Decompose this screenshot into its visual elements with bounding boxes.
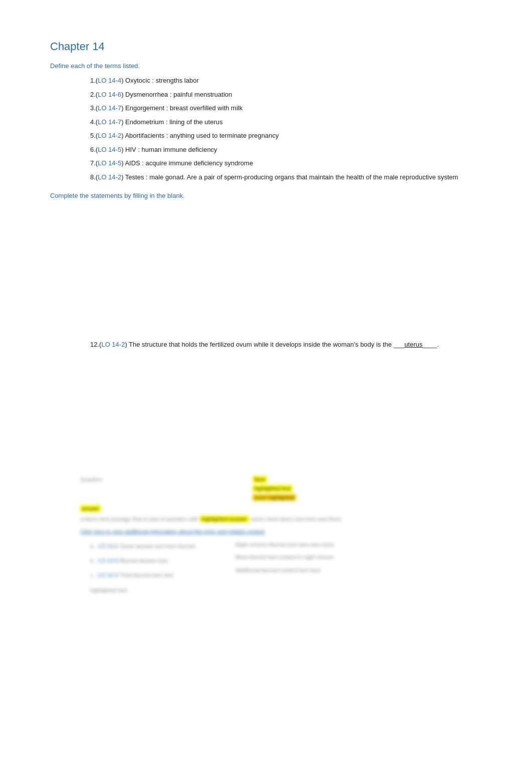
list-item: 1.(LO 14-4) Oxytocic : strengths labor: [90, 76, 482, 86]
blurred-label-left: Question: [80, 475, 102, 501]
blurred-col-right: Right column blurred text here and more …: [235, 540, 334, 599]
list-item: 4.(LO 14-7) Endometrium : lining of the …: [90, 117, 482, 127]
item-text: ) Dysmenorrhea : painful menstruation: [121, 91, 232, 98]
chapter-title: Chapter 14: [50, 40, 482, 53]
lo-link[interactable]: LO 14-2: [98, 132, 121, 139]
item-text: ) Testes : male gonad. Are a pair of spe…: [121, 173, 458, 181]
blurred-lo-link[interactable]: LO 14-6: [98, 558, 118, 564]
item-text: ) Engorgement : breast overfilled with m…: [121, 104, 242, 112]
item-number: 2.(: [90, 91, 98, 98]
item-text: ) Endometrium : lining of the uterus: [121, 118, 222, 126]
list-item: 7.(LO 14-5) AIDS : acquire immune defici…: [90, 158, 482, 168]
term-list: 1.(LO 14-4) Oxytocic : strengths labor 2…: [90, 76, 482, 182]
fill-blank-item-12: 12.(LO 14-2) The structure that holds th…: [90, 340, 482, 350]
lo-link[interactable]: LO 14-5: [98, 159, 121, 167]
list-item: 2.(LO 14-6) Dysmenorrhea : painful menst…: [90, 90, 482, 100]
lo-link[interactable]: LO 14-2: [98, 173, 121, 181]
lo-link[interactable]: LO 14-7: [98, 104, 121, 112]
lo-link[interactable]: LO 14-7: [98, 118, 121, 126]
lo-link[interactable]: LO 14-5: [98, 146, 121, 153]
blurred-lo-link[interactable]: LO 14-2: [98, 543, 118, 549]
lo-link[interactable]: LO 14-6: [98, 91, 121, 98]
blurred-section: Question Next highlighted text more high…: [50, 475, 482, 599]
lo-link[interactable]: LO 14-2: [101, 341, 125, 348]
lo-link[interactable]: LO 14-4: [98, 77, 121, 84]
item-number: 6.(: [90, 146, 98, 153]
item-text: ) The structure that holds the fertilize…: [125, 341, 439, 348]
blurred-lo-link[interactable]: LO 14-3: [98, 572, 118, 578]
item-number: 4.(: [90, 118, 98, 126]
item-number: 12.(: [90, 341, 101, 348]
blurred-row: a blurry text passage that is part of qu…: [80, 514, 482, 525]
blue-link[interactable]: Click here to view additional informatio…: [80, 529, 264, 535]
list-item: 5.(LO 14-2) Abortifacients : anything us…: [90, 131, 482, 141]
list-item: 6.(LO 14-5) HIV : human immune deficienc…: [90, 145, 482, 155]
blank-answer: uterus: [404, 341, 422, 348]
list-item: 8.(LO 14-2) Testes : male gonad. Are a p…: [90, 172, 482, 182]
blurred-top: Question Next highlighted text more high…: [80, 475, 482, 501]
define-heading: Define each of the terms listed.: [50, 62, 482, 70]
item-text: ) AIDS : acquire immune deficiency syndr…: [121, 159, 253, 167]
item-number: 3.(: [90, 104, 98, 112]
item-number: 5.(: [90, 132, 98, 139]
item-number: 7.(: [90, 159, 98, 167]
blurred-label-right: Next highlighted text more highlighted: [252, 475, 296, 501]
item-number: 1.(: [90, 77, 98, 84]
item-text: ) HIV : human immune deficiency: [121, 146, 217, 153]
item-text: ) Oxytocic : strengths labor: [121, 77, 199, 84]
fill-blank-section: Complete the statements by filling in th…: [50, 192, 482, 350]
list-item: 3.(LO 14-7) Engorgement : breast overfil…: [90, 103, 482, 113]
item-text: ) Abortifacients : anything used to term…: [121, 132, 279, 139]
blurred-sub: a. LO 14-2 Some answer text here blurred…: [90, 540, 482, 599]
blurred-col-left: a. LO 14-2 Some answer text here blurred…: [90, 540, 195, 599]
fill-blank-heading: Complete the statements by filling in th…: [50, 192, 482, 199]
item-number: 8.(: [90, 173, 98, 181]
